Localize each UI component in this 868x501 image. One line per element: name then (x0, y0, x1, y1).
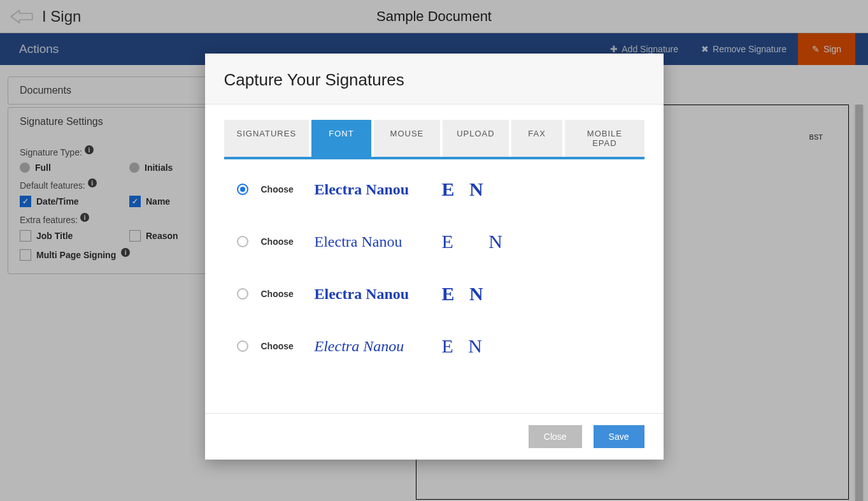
choose-label: Choose (261, 184, 302, 194)
font-option-1[interactable]: Choose Electra Nanou E N (237, 178, 632, 200)
font-option-3[interactable]: Choose Electra Nanou E N (237, 283, 632, 305)
close-button[interactable]: Close (529, 425, 582, 448)
signature-initials-sample: E N (442, 178, 488, 200)
radio-select-icon[interactable] (237, 288, 248, 300)
signature-initials-sample: E N (442, 283, 488, 305)
font-options-list: Choose Electra Nanou E N Choose Electra … (224, 159, 644, 394)
tab-font[interactable]: FONT (311, 120, 371, 157)
save-button[interactable]: Save (594, 425, 644, 448)
tab-upload[interactable]: UPLOAD (443, 120, 509, 157)
radio-select-icon[interactable] (237, 340, 248, 352)
modal-tabbar: SIGNATURES FONT MOUSE UPLOAD FAX MOBILE … (224, 120, 644, 159)
choose-label: Choose (261, 289, 302, 299)
tab-mouse[interactable]: MOUSE (374, 120, 440, 157)
radio-select-icon[interactable] (237, 236, 248, 247)
tab-signatures[interactable]: SIGNATURES (224, 120, 309, 157)
tab-fax[interactable]: FAX (511, 120, 562, 157)
signature-name-sample: Electra Nanou (315, 181, 423, 198)
signature-name-sample: Electra Nanou (315, 286, 423, 303)
tab-mobile-epad[interactable]: MOBILE EPAD (565, 120, 644, 157)
font-option-4[interactable]: Choose Electra Nanou E N (237, 335, 632, 357)
choose-label: Choose (261, 236, 302, 247)
signature-initials-sample: E N (442, 231, 518, 252)
choose-label: Choose (261, 341, 302, 351)
modal-title: Capture Your Signatures (224, 70, 644, 90)
signature-name-sample: Electra Nanou (315, 338, 423, 355)
capture-signatures-modal: Capture Your Signatures SIGNATURES FONT … (205, 54, 664, 460)
signature-name-sample: Electra Nanou (315, 233, 423, 250)
signature-initials-sample: E N (442, 335, 488, 357)
font-option-2[interactable]: Choose Electra Nanou E N (237, 231, 632, 252)
radio-select-icon[interactable] (237, 184, 248, 195)
modal-header: Capture Your Signatures (205, 54, 664, 105)
modal-footer: Close Save (205, 413, 664, 460)
